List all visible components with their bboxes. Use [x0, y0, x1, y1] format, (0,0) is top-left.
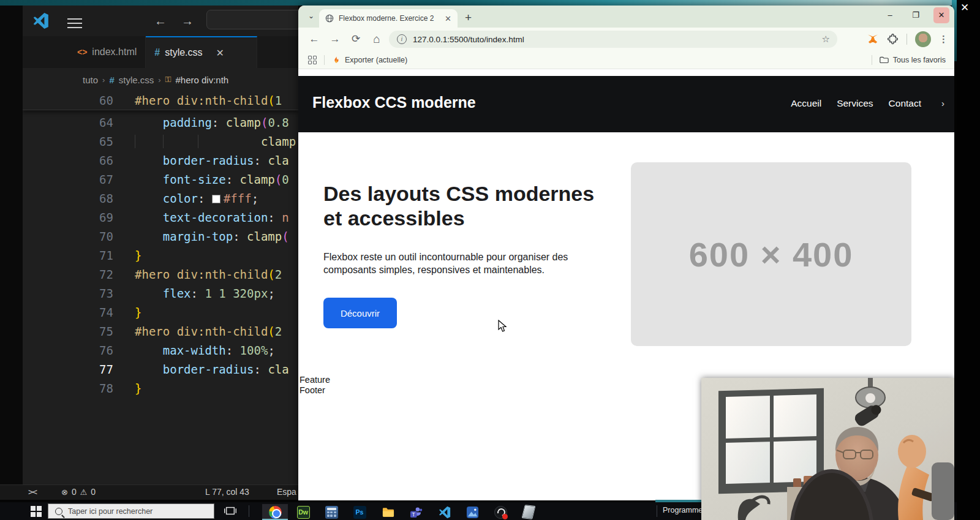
code-line: 77 border-radius: cla — [23, 360, 298, 379]
error-count: 0 — [72, 487, 77, 497]
line-number: 66 — [23, 151, 113, 170]
bookmark-exporter[interactable]: Exporter (actuelle) — [332, 55, 407, 64]
taskbar-chrome-icon[interactable] — [262, 504, 288, 520]
task-view-icon[interactable] — [224, 505, 236, 516]
taskbar-glass-viewer-icon[interactable] — [516, 504, 541, 520]
start-button-icon[interactable] — [31, 506, 42, 517]
close-button[interactable]: ✕ — [933, 7, 949, 23]
right-black-column — [957, 0, 980, 520]
line-number: 78 — [23, 379, 113, 398]
apps-grid-icon[interactable] — [308, 56, 317, 64]
vscode-forward-icon[interactable]: → — [181, 14, 194, 28]
desktop: ← → <> index.html # style.css ✕ tuto › #… — [0, 0, 980, 520]
code-line: 60#hero div:nth-child(1 — [23, 91, 298, 110]
site-nav: Accueil Services Contact — [791, 98, 921, 109]
code-line: 74} — [23, 303, 298, 322]
code-line: 71} — [23, 246, 298, 265]
nav-link-accueil[interactable]: Accueil — [791, 98, 821, 109]
back-icon[interactable]: ← — [307, 32, 322, 47]
problems-indicator[interactable]: ⊗ 0 ⚠ 0 — [61, 487, 96, 497]
browser-menu-icon[interactable]: ⋮ — [939, 37, 948, 42]
chevron-right-icon: › — [158, 75, 160, 85]
vscode-back-icon[interactable]: ← — [154, 14, 167, 28]
warning-triangle-icon: ⚠ — [80, 488, 88, 497]
line-col-indicator[interactable]: L 77, col 43 — [205, 487, 249, 497]
overlay-close-icon[interactable]: ✕ — [960, 1, 969, 14]
stub-feature: Feature — [300, 375, 330, 385]
menu-hamburger-icon[interactable] — [67, 15, 82, 26]
warning-count: 0 — [91, 487, 96, 497]
home-icon[interactable]: ⌂ — [369, 32, 384, 47]
breadcrumb-file[interactable]: style.css — [119, 75, 154, 85]
divider — [872, 55, 872, 65]
code-line: 76 max-width: 100%; — [23, 341, 298, 360]
url-text[interactable]: 127.0.0.1:5500/tuto/index.html — [413, 35, 524, 44]
code-line: 69 text-decoration: n — [23, 208, 298, 227]
indent-indicator[interactable]: Espa — [277, 487, 296, 497]
code-line: 73 flex: 1 1 320px; — [23, 284, 298, 303]
taskbar-file-explorer-icon[interactable] — [375, 504, 401, 520]
taskbar-photoshop-icon[interactable]: Ps — [347, 504, 372, 520]
code-line: 75#hero div:nth-child(2 — [23, 322, 298, 341]
taskbar-calculator-icon[interactable] — [318, 504, 344, 520]
divider — [907, 34, 907, 45]
tab-style-css[interactable]: # style.css ✕ — [146, 36, 257, 68]
maximize-button[interactable]: ❐ — [908, 7, 924, 23]
taskbar-search-box[interactable]: Taper ici pour rechercher — [48, 503, 214, 519]
breadcrumb-folder[interactable]: tuto — [83, 75, 98, 85]
metamask-icon[interactable] — [867, 34, 879, 45]
code-editor[interactable]: 60#hero div:nth-child(164 padding: clamp… — [23, 91, 298, 484]
vscode-statusbar: >< ⊗ 0 ⚠ 0 L 77, col 43 Espa — [0, 484, 298, 500]
line-number: 68 — [23, 189, 113, 208]
tab-index-html[interactable]: <> index.html — [69, 36, 146, 68]
line-number: 76 — [23, 341, 113, 360]
vscode-left-gutter — [0, 6, 23, 500]
tab-close-icon[interactable]: ✕ — [216, 47, 224, 59]
nav-link-services[interactable]: Services — [837, 98, 873, 109]
line-number: 75 — [23, 322, 113, 341]
line-number: 77 — [23, 360, 113, 379]
taskbar-dreamweaver-icon[interactable]: Dw — [290, 504, 316, 520]
taskbar-teams-icon[interactable]: T — [403, 504, 429, 520]
forward-icon[interactable]: → — [328, 32, 342, 47]
breadcrumb[interactable]: tuto › # style.css › ⚿ #hero div:nth — [23, 68, 298, 91]
url-bar[interactable]: i 127.0.0.1:5500/tuto/index.html ☆ — [389, 31, 837, 48]
code-line: 70 margin-top: clamp( — [23, 227, 298, 246]
taskbar-program-label[interactable]: Programme — [663, 506, 703, 514]
discover-button[interactable]: Découvrir — [323, 298, 397, 328]
nav-link-contact[interactable]: Contact — [889, 98, 921, 109]
divider — [249, 505, 249, 517]
bookmark-star-icon[interactable]: ☆ — [822, 34, 830, 45]
line-number: 65 — [23, 132, 113, 151]
taskbar-photos-icon[interactable] — [459, 504, 485, 520]
globe-favicon-icon — [325, 14, 334, 23]
svg-text:T: T — [412, 511, 415, 517]
site-info-icon[interactable]: i — [397, 34, 407, 44]
all-favorites-button[interactable]: Tous les favoris — [880, 56, 946, 64]
taskbar-obs-icon[interactable] — [488, 504, 513, 520]
webcam-video — [701, 378, 954, 520]
line-number: 69 — [23, 208, 113, 227]
code-line: 66 border-radius: cla — [23, 151, 298, 170]
html-file-icon: <> — [77, 47, 87, 57]
extensions-puzzle-icon[interactable] — [887, 34, 899, 45]
taskbar-vscode-icon[interactable] — [431, 504, 457, 520]
line-number: 60 — [23, 91, 113, 110]
tab-close-icon[interactable]: ✕ — [445, 14, 451, 23]
new-tab-icon[interactable]: + — [465, 11, 472, 24]
tab-search-chevron-icon[interactable]: ⌄ — [304, 10, 318, 23]
divider — [657, 505, 657, 517]
minimize-button[interactable]: – — [882, 7, 898, 23]
mouse-cursor — [498, 320, 508, 333]
remote-indicator-icon[interactable]: >< — [28, 487, 36, 497]
vscode-command-search-box[interactable] — [206, 10, 298, 29]
breadcrumb-symbol[interactable]: #hero div:nth — [175, 75, 228, 85]
reload-icon[interactable]: ⟳ — [349, 32, 363, 47]
line-number: 74 — [23, 303, 113, 322]
css-file-icon: # — [109, 75, 114, 85]
line-number: 64 — [23, 113, 113, 132]
profile-avatar[interactable] — [915, 31, 931, 47]
line-number: 67 — [23, 170, 113, 189]
tab-title: Flexbox moderne. Exercice 2 — [339, 14, 440, 23]
browser-tab[interactable]: Flexbox moderne. Exercice 2 ✕ — [319, 9, 458, 28]
